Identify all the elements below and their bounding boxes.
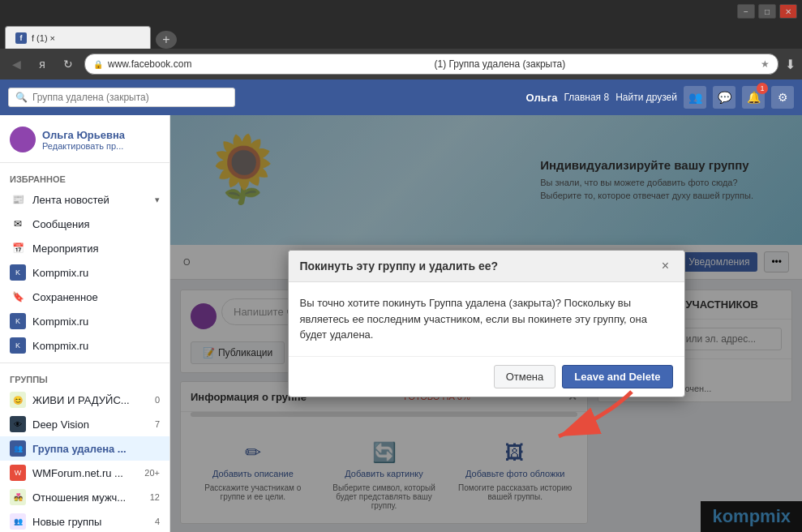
tab-bar: f f (1) × + <box>0 23 802 49</box>
sidebar-item-label: Kompmix.ru <box>32 315 160 328</box>
dialog-close-button[interactable]: × <box>658 259 673 273</box>
sidebar-item-label: Новые группы <box>32 516 148 528</box>
friends-icon[interactable]: 👥 <box>684 86 706 109</box>
new-tab-button[interactable]: + <box>156 31 177 49</box>
sidebar-item-label: Kompmix.ru <box>32 340 160 352</box>
divider <box>0 162 169 163</box>
fb-nav-right: Ольга Главная 8 Найти друзей 👥 💬 🔔 1 ⚙ <box>526 86 794 109</box>
dialog-body: Вы точно хотите покинуть Группа удалена … <box>289 282 684 356</box>
sidebar-item-group4[interactable]: W WMForum.net.ru ... 20+ <box>0 461 169 485</box>
sidebar-item-group2[interactable]: 👁 Deep Vision 7 <box>0 412 169 436</box>
download-icon[interactable]: ⬇ <box>785 57 796 72</box>
group4-icon: W <box>10 465 26 481</box>
sidebar-item-messages[interactable]: ✉ Сообщения <box>0 212 169 236</box>
nav-find-friends[interactable]: Найти друзей <box>615 92 677 103</box>
main-layout: Ольга Юрьевна Редактировать пр... ИЗБРАН… <box>0 115 802 532</box>
sidebar-item-label: WMForum.net.ru ... <box>32 467 138 479</box>
sidebar-item-events[interactable]: 📅 Мероприятия <box>0 236 169 260</box>
sidebar-item-label: Мероприятия <box>32 242 160 255</box>
nav-username: Ольга <box>526 92 558 104</box>
close-button[interactable]: ✕ <box>779 4 797 19</box>
news-feed-icon: 📰 <box>10 191 26 208</box>
address-bar: ◀ я ↻ 🔒 www.facebook.com (1) Группа удал… <box>0 49 802 79</box>
sidebar-item-kompmix3[interactable]: K Kompmix.ru <box>0 333 169 358</box>
saved-icon: 🔖 <box>10 289 26 305</box>
sidebar-user[interactable]: Ольга Юрьевна Редактировать пр... <box>0 122 169 157</box>
sidebar-item-group6[interactable]: 👥 Новые группы 4 <box>0 509 169 532</box>
sidebar-item-saved[interactable]: 🔖 Сохраненное <box>0 285 169 309</box>
section-favorites: ИЗБРАННОЕ <box>0 168 169 187</box>
group6-icon: 👥 <box>10 513 26 530</box>
notification-badge: 1 <box>757 83 768 94</box>
search-input[interactable] <box>32 92 228 103</box>
dialog-overlay: Покинуть эту группу и удалить ее? × Вы т… <box>170 115 802 532</box>
tab-favicon: f <box>15 32 27 44</box>
group2-icon: 👁 <box>10 416 26 432</box>
sidebar: Ольга Юрьевна Редактировать пр... ИЗБРАН… <box>0 115 170 532</box>
sidebar-item-count: 4 <box>155 517 160 526</box>
sidebar-item-label: Сообщения <box>32 218 160 230</box>
sidebar-item-count: 7 <box>155 419 160 429</box>
user-avatar <box>10 127 36 152</box>
divider <box>0 363 169 363</box>
notifications-icon[interactable]: 🔔 1 <box>742 86 765 109</box>
sidebar-item-label: Отношения мужч... <box>32 491 144 504</box>
url-action-icons: ★ <box>761 58 770 70</box>
settings-icon[interactable]: ⚙ <box>771 86 794 109</box>
fb-search-box[interactable]: 🔍 <box>8 88 235 107</box>
minimize-button[interactable]: − <box>737 4 755 19</box>
back-button[interactable]: ◀ <box>6 54 26 74</box>
sidebar-item-kompmix2[interactable]: K Kompmix.ru <box>0 309 169 333</box>
dialog-title: Покинуть эту группу и удалить ее? <box>300 260 499 272</box>
sidebar-item-label: Deep Vision <box>32 418 148 431</box>
kompmix-icon: K <box>10 264 26 281</box>
nav-home[interactable]: Главная 8 <box>564 92 609 103</box>
sidebar-item-label: Группа удалена ... <box>32 443 160 455</box>
lock-icon: 🔒 <box>93 60 103 69</box>
title-bar: − □ ✕ <box>0 0 802 23</box>
content-area: 🌻 Индивидуализируйте вашу группу Вы знал… <box>170 115 802 532</box>
tab-label: f (1) × <box>32 33 140 43</box>
kompmix2-icon: K <box>10 313 26 329</box>
sidebar-item-count: 0 <box>155 395 160 405</box>
sidebar-item-label: Лента новостей <box>32 194 148 206</box>
sidebar-username: Ольга Юрьевна <box>42 129 125 141</box>
fb-topnav: 🔍 Ольга Главная 8 Найти друзей 👥 💬 🔔 1 ⚙ <box>0 79 802 115</box>
sidebar-item-count: 12 <box>150 492 160 502</box>
reload-button[interactable]: ↻ <box>58 54 78 74</box>
sidebar-item-label: ЖИВИ И РАДУЙС... <box>32 394 148 406</box>
edit-profile-link[interactable]: Редактировать пр... <box>42 141 125 151</box>
sidebar-item-group5[interactable]: 💑 Отношения мужч... 12 <box>0 485 169 509</box>
sidebar-item-group3[interactable]: 👥 Группа удалена ... <box>0 436 169 461</box>
dialog-title-bar: Покинуть эту группу и удалить ее? × <box>289 251 684 282</box>
active-tab[interactable]: f f (1) × <box>5 26 151 49</box>
messages-icon[interactable]: 💬 <box>713 86 736 109</box>
group5-icon: 💑 <box>10 489 26 505</box>
group3-icon: 👥 <box>10 440 26 457</box>
kompmix3-icon: K <box>10 337 26 354</box>
sidebar-item-news-feed[interactable]: 📰 Лента новостей ▾ <box>0 187 169 212</box>
sidebar-item-kompmix1[interactable]: K Kompmix.ru <box>0 260 169 285</box>
url-path: (1) Группа удалена (закрыта) <box>435 58 757 70</box>
sidebar-item-count: 20+ <box>144 468 160 478</box>
messages-icon: ✉ <box>10 216 26 232</box>
bookmark-icon[interactable]: ★ <box>761 58 770 70</box>
dialog-footer: Отмена Leave and Delete <box>289 356 684 397</box>
leave-delete-button[interactable]: Leave and Delete <box>562 365 672 388</box>
search-icon: 🔍 <box>15 92 28 103</box>
cancel-button[interactable]: Отмена <box>494 365 556 388</box>
group1-icon: 😊 <box>10 392 26 408</box>
dialog: Покинуть эту группу и удалить ее? × Вы т… <box>288 250 685 397</box>
maximize-button[interactable]: □ <box>758 4 776 19</box>
window-controls[interactable]: − □ ✕ <box>737 4 797 19</box>
sidebar-item-label: Kompmix.ru <box>32 267 160 279</box>
url-domain: www.facebook.com <box>108 58 430 70</box>
sidebar-item-label: Сохраненное <box>32 291 160 303</box>
section-groups: ГРУППЫ <box>0 368 169 388</box>
events-icon: 📅 <box>10 240 26 256</box>
forward-button[interactable]: я <box>32 54 52 74</box>
sidebar-item-group1[interactable]: 😊 ЖИВИ И РАДУЙС... 0 <box>0 388 169 412</box>
url-box[interactable]: 🔒 www.facebook.com (1) Группа удалена (з… <box>84 54 778 75</box>
